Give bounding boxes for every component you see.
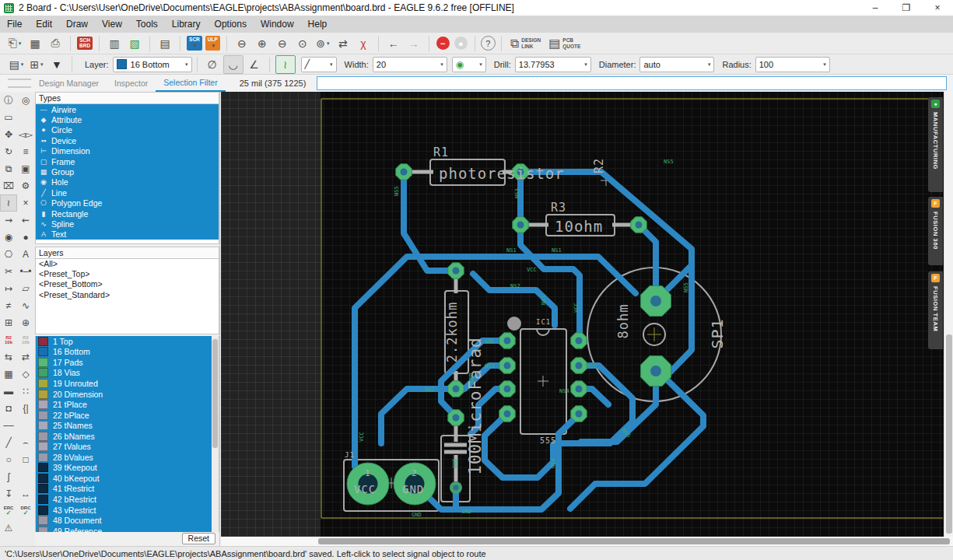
schematic-board-switch[interactable]: SCHBRD — [77, 37, 93, 51]
layer-row-48[interactable]: 48 Document — [36, 515, 219, 526]
layer-row-21[interactable]: 21 tPlace — [36, 399, 219, 410]
radius-select[interactable]: 100▾ — [755, 57, 830, 72]
board-setup-button[interactable]: ▥ — [105, 35, 124, 52]
tool-0[interactable]: ⓘ — [0, 92, 17, 109]
layer-row-39[interactable]: 39 tKeepout — [36, 463, 219, 474]
layer-row-16[interactable]: 16 Bottom — [36, 347, 219, 358]
open-button[interactable]: ⎗▾ — [5, 35, 24, 52]
board-check-button[interactable]: ▧ — [125, 35, 144, 52]
zoom-select-button[interactable]: ⊙ — [293, 35, 312, 52]
layer-display-button[interactable]: ▤▾ — [7, 56, 26, 73]
layer-row-1[interactable]: 1 Top — [36, 336, 219, 347]
restore-button[interactable]: ❐ — [891, 0, 922, 16]
save-button[interactable]: ▦ — [26, 35, 44, 52]
help-button[interactable]: ? — [481, 36, 496, 51]
tab-design-manager[interactable]: Design Manager — [31, 76, 107, 91]
tool-16[interactable]: ◇ — [17, 366, 34, 383]
close-button[interactable]: × — [922, 0, 953, 16]
menu-window[interactable]: Window — [254, 17, 301, 31]
tool-20[interactable]: ╱ — [0, 434, 17, 451]
tab-inspector[interactable]: Inspector — [107, 76, 156, 91]
layer-row-42[interactable]: 42 bRestrict — [36, 494, 219, 505]
diameter-select[interactable]: auto▾ — [639, 57, 714, 72]
tool-10[interactable]: ✂ — [0, 263, 17, 280]
via-shape-select[interactable]: ◉▾ — [452, 57, 486, 72]
tool-18[interactable]: {| — [17, 400, 34, 417]
layer-row-19[interactable]: 19 Unrouted — [36, 378, 219, 389]
tool-23[interactable]: ↔ — [17, 485, 34, 502]
refresh-button[interactable]: ⇄ — [334, 35, 352, 52]
tool-9[interactable]: ⎔ — [0, 246, 17, 263]
vertical-scrollbar[interactable] — [944, 92, 953, 537]
stop-button[interactable]: − — [436, 37, 450, 50]
copper-trace[interactable] — [485, 414, 553, 478]
horizontal-scrollbar[interactable] — [221, 537, 953, 546]
tool-19[interactable]: –– — [0, 417, 17, 434]
layer-row-27[interactable]: 27 tValues — [36, 441, 219, 452]
board-canvas[interactable]: R1photoresistorR310ohmR22.2kohmIC15558oh… — [221, 92, 944, 537]
print-button[interactable]: ⎙ — [46, 35, 65, 52]
layer-row-28[interactable]: 28 bValues — [36, 452, 219, 463]
type-row-dimension[interactable]: ⊢Dimension — [36, 146, 219, 156]
tool-13[interactable]: ⊕ — [17, 314, 34, 331]
wire-bend-angle-button[interactable]: ∠ — [245, 56, 264, 73]
tool-24-erc[interactable]: ERC✓ — [0, 502, 17, 520]
tool-13[interactable]: ⊞ — [0, 314, 17, 331]
tool-11[interactable]: ▱ — [17, 280, 34, 297]
preset-row[interactable]: <All> — [36, 259, 219, 269]
tool-5[interactable]: ⌧ — [0, 177, 17, 194]
tool-15[interactable]: ⇆ — [0, 348, 17, 366]
minimize-button[interactable]: – — [860, 0, 891, 16]
type-row-rectangle[interactable]: ▮Rectangle — [36, 208, 219, 219]
tool-4[interactable]: ⧉ — [0, 160, 17, 177]
type-row-group[interactable]: ▦Group — [36, 166, 219, 177]
layer-row-22[interactable]: 22 bPlace — [36, 410, 219, 421]
tool-5[interactable]: ⚙ — [17, 177, 34, 194]
pcb-quote-button[interactable]: ▤PCBQUOTE — [548, 36, 580, 51]
tool-16[interactable]: ▦ — [0, 366, 17, 383]
tool-22[interactable]: ʃ — [0, 468, 17, 485]
tool-21[interactable]: □ — [17, 451, 34, 468]
layer-row-41[interactable]: 41 tRestrict — [36, 484, 219, 495]
menu-view[interactable]: View — [95, 17, 129, 31]
type-row-frame[interactable]: ▢Frame — [36, 156, 219, 166]
command-input[interactable] — [317, 76, 947, 90]
dock-tab-fusion-360[interactable]: FFUSION 360 — [928, 197, 943, 265]
type-row-line[interactable]: ╱Line — [36, 187, 219, 198]
tool-1[interactable]: ▭ — [0, 109, 17, 126]
layer-row-25[interactable]: 25 tNames — [36, 420, 219, 431]
tool-20[interactable]: ⌢ — [17, 434, 34, 451]
tool-17[interactable]: ▬ — [0, 383, 17, 400]
script-button[interactable]: SCR▾ — [187, 36, 202, 50]
preset-row[interactable]: <Preset_Standard> — [36, 290, 219, 300]
tool-7[interactable]: ⇝ — [0, 212, 17, 229]
type-row-text[interactable]: AText — [36, 229, 219, 240]
tool-9[interactable]: A — [17, 246, 34, 263]
tool-25[interactable]: ⚠ — [0, 520, 17, 537]
cancel-route-button[interactable]: χ — [354, 35, 373, 52]
dock-tab-manufacturing[interactable]: ●MANUFACTURING — [928, 97, 943, 192]
tool-23[interactable]: ↧ — [0, 485, 17, 502]
tool-3[interactable]: ≡ — [17, 143, 34, 160]
tool-8[interactable]: ● — [17, 229, 34, 246]
menu-help[interactable]: Help — [301, 17, 335, 31]
layer-row-40[interactable]: 40 bKeepout — [36, 473, 219, 484]
tool-8[interactable]: ◉ — [0, 229, 17, 246]
tool-14-r2[interactable]: R210k — [17, 331, 34, 348]
preset-row[interactable]: <Preset_Bottom> — [36, 279, 219, 289]
tool-6[interactable]: ≀ — [0, 194, 17, 212]
layer-row-18[interactable]: 18 Vias — [36, 368, 219, 379]
layer-row-43[interactable]: 43 vRestrict — [36, 505, 219, 516]
tool-17[interactable]: ∷ — [17, 383, 34, 400]
tool-7[interactable]: ⇜ — [17, 212, 34, 229]
wire-style-select[interactable]: ╱▾ — [301, 57, 337, 72]
tool-0[interactable]: ◎ — [17, 92, 34, 109]
preset-row[interactable]: <Preset_Top> — [36, 269, 219, 279]
tool-18[interactable]: ◘ — [0, 400, 17, 417]
tool-3[interactable]: ↻ — [0, 143, 17, 160]
menu-tools[interactable]: Tools — [129, 17, 165, 31]
design-link-button[interactable]: ⧉DESIGNLINK — [510, 37, 541, 51]
tool-10[interactable]: •–• — [17, 263, 34, 280]
zoom-redraw-button[interactable]: ⊚▾ — [314, 35, 332, 52]
layer-row-17[interactable]: 17 Pads — [36, 357, 219, 368]
